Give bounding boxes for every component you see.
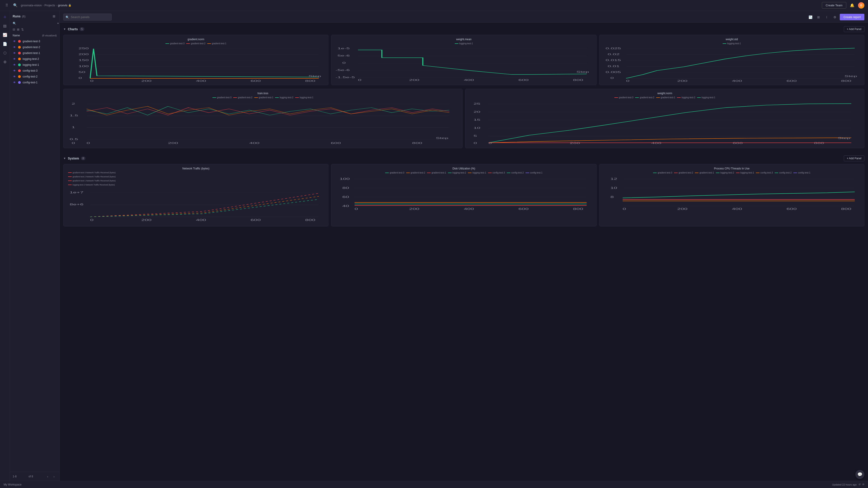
sync-icon[interactable]: ⟳ [862,483,864,486]
charts-bottom-row: train.loss gradient-test-3 gradient-test… [63,89,864,148]
next-page-button[interactable]: › [51,474,57,479]
svg-text:Step: Step [577,70,589,73]
charts-add-panel-button[interactable]: + Add Panel [844,26,864,32]
search-panels-input[interactable] [63,13,112,21]
svg-text:60: 60 [342,195,349,198]
toolbar-line-chart-icon[interactable]: 📉 [807,14,813,20]
legend-item: gradient-test-3 [165,42,184,45]
magic-filter-icon[interactable]: ✦ [57,22,59,25]
legend-item: gradient-test-2 [406,171,425,174]
run-visibility-icon[interactable]: 👁 [13,63,16,67]
svg-text:400: 400 [464,79,474,82]
chart-weight-norm-legend: gradient-test-3 gradient-test-2 gradient… [468,96,862,99]
run-list-item[interactable]: 👁 config-test-1 [10,79,59,86]
nav-runs-icon[interactable]: ▤ [1,22,9,30]
svg-text:8: 8 [610,195,614,198]
nav-charts-icon[interactable]: 📈 [1,31,9,39]
svg-text:400: 400 [249,142,259,144]
panel-layout-toggle[interactable]: ⊞ [51,13,57,19]
run-name-label: config-test-1 [23,81,37,84]
run-search-input[interactable] [18,22,56,25]
charts-section-count: 5 [80,27,84,31]
refresh-icon[interactable]: ↺ [859,483,861,486]
run-list-item[interactable]: 👁 gradient-test-1 [10,50,59,56]
svg-text:200: 200 [677,207,687,210]
run-visibility-icon[interactable]: 👁 [13,39,16,43]
create-report-button[interactable]: Create report [840,14,864,20]
svg-text:800: 800 [573,79,583,82]
legend-item: logging-test-2 Network Traffic Received … [68,184,115,186]
nav-reports-icon[interactable]: 📄 [1,40,9,48]
run-list-item[interactable]: 👁 logging-test-1 [10,62,59,68]
toolbar-table-icon[interactable]: ⊞ [815,14,822,20]
toolbar-settings-icon[interactable]: ⚙ [832,14,838,20]
filter-icon[interactable]: ⊟ [13,28,15,31]
system-section-title: System [68,157,79,160]
bottom-workspace-label: My Workspace [4,483,22,486]
system-charts-row: Network Traffic (bytes) gradient-test-3 … [63,164,864,226]
nav-artifacts-icon[interactable]: ⬡ [1,49,9,57]
svg-text:Step: Step [844,75,857,78]
chart-gradient-norm: gradient.norm gradient-test-3 gradient-t… [63,35,329,85]
chart-weight-mean-title: weight.mean [334,38,593,41]
run-visibility-icon[interactable]: 👁 [13,75,16,78]
nav-home-icon[interactable]: ⌂ [1,13,9,21]
svg-text:1e-5: 1e-5 [338,47,350,50]
system-add-panel-button[interactable]: + Add Panel [844,156,864,161]
chart-network-traffic-area: 1e+7 8e+6 0 200 400 600 800 [66,187,326,223]
breadcrumb-org[interactable]: groomata-vision [21,4,42,7]
run-list-item[interactable]: 👁 logging-test-2 [10,56,59,62]
svg-text:1: 1 [72,126,75,129]
svg-text:100: 100 [340,177,350,180]
chat-bubble[interactable]: 💬 [855,470,864,479]
run-name-label: gradient-test-3 [23,40,40,43]
svg-text:10: 10 [610,186,617,189]
breadcrumb-projects[interactable]: Projects [44,4,55,7]
charts-title-row: ▼ Charts 5 [63,27,84,31]
svg-text:400: 400 [464,207,474,210]
svg-text:15: 15 [473,119,480,121]
run-visibility-icon[interactable]: 👁 [13,51,16,55]
pagination-buttons: ‹ › [45,474,57,479]
apps-grid-icon[interactable]: ⠿ [4,2,10,8]
toolbar-scatter-icon[interactable]: ⁞ [824,14,830,20]
run-visibility-icon[interactable]: 👁 [13,57,16,61]
svg-text:-1.5e-5: -1.5e-5 [336,76,355,78]
run-visibility-icon[interactable]: 👁 [13,80,16,84]
notifications-icon[interactable]: 🔔 [849,2,855,8]
svg-text:20: 20 [473,111,480,113]
legend-item: gradient-test-1 [207,42,226,45]
svg-text:800: 800 [305,219,315,221]
svg-text:400: 400 [732,79,742,82]
svg-text:1.5: 1.5 [70,114,78,117]
run-list-item[interactable]: 👁 gradient-test-2 [10,44,59,50]
nav-settings-icon[interactable]: ⚙ [1,58,9,66]
user-avatar[interactable]: G [858,2,864,8]
content-toolbar: 🔍 📉 ⊞ ⁞ ⚙ Create report [60,11,868,23]
sort-icon[interactable]: ⇅ [21,28,24,31]
system-chevron-icon[interactable]: ▼ [63,157,66,160]
columns-icon[interactable]: ⊞ [17,28,20,31]
run-visibility-icon[interactable]: 👁 [13,69,16,72]
create-team-button[interactable]: Create Team [822,2,846,8]
run-list-item[interactable]: 👁 config-test-2 [10,74,59,79]
svg-text:200: 200 [168,142,178,144]
global-search-icon[interactable]: 🔍 [12,2,19,9]
svg-text:600: 600 [786,207,797,210]
charts-chevron-icon[interactable]: ▼ [63,28,66,31]
chart-weight-std-title: weight.std [602,38,862,41]
legend-item: gradient-test-1 Network Traffic Received… [68,180,116,182]
chart-weight-norm-title: weight.norm [468,92,862,95]
svg-text:0: 0 [473,142,477,144]
prev-page-button[interactable]: ‹ [45,474,51,479]
chart-weight-mean-area: 1e-5 5e-6 0 -5e-6 -1.5e-5 0 200 [334,46,593,82]
run-name-label: gradient-test-2 [23,46,40,49]
run-list-item[interactable]: 👁 gradient-test-3 [10,38,59,44]
run-search-row: 🔍 ✦ [10,21,59,27]
run-visibility-icon[interactable]: 👁 [13,45,16,49]
svg-text:0.015: 0.015 [606,59,621,62]
legend-item: logging-test-1 [697,96,715,99]
run-list-item[interactable]: 👁 config-test-3 [10,68,59,74]
run-list: 👁 gradient-test-3 👁 gradient-test-2 👁 gr… [10,38,59,472]
svg-text:600: 600 [250,79,260,82]
